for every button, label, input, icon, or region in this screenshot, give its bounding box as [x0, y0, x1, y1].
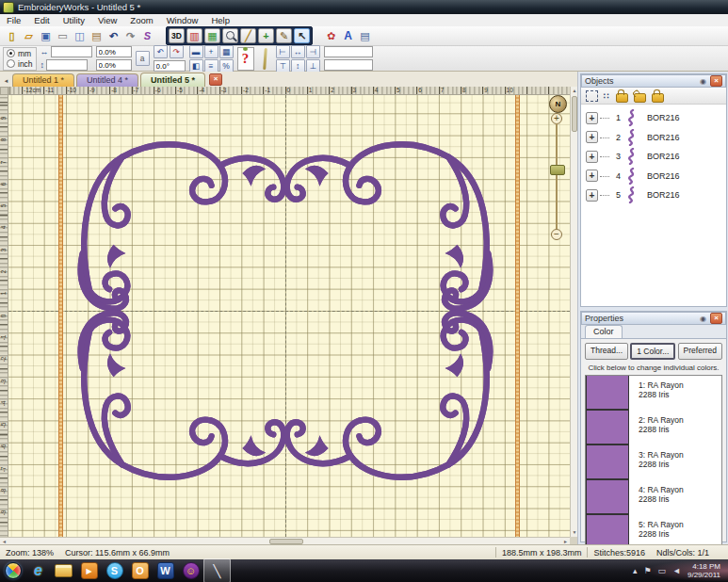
one-color-button[interactable]: 1 Color... [630, 343, 675, 360]
zoom-tool-icon[interactable] [222, 28, 238, 43]
print-preview-icon[interactable]: ▤ [357, 28, 373, 43]
thread-row[interactable]: 1: RA Rayon 2288 Iris [586, 376, 721, 411]
rotation-input[interactable] [154, 60, 186, 72]
object-list-item[interactable]: + 3 BOR216 [581, 147, 726, 167]
align-left-button[interactable]: ⊢ [276, 45, 290, 58]
thread-color-swatch[interactable] [586, 410, 629, 445]
align-bottom-button[interactable]: ⊥ [306, 59, 320, 73]
menu-item[interactable]: Window [160, 14, 205, 26]
color-bars-icon[interactable]: ▥ [186, 28, 202, 43]
rotate-right-button[interactable]: ↷ [170, 45, 184, 58]
new-icon[interactable]: ▯ [4, 28, 20, 43]
thread-row[interactable]: 4: RA Rayon 2288 Iris [586, 480, 721, 515]
tab-untitled-5[interactable]: Untitled 5 * [140, 73, 205, 87]
undo-icon[interactable]: ↶ [105, 28, 121, 43]
redo-icon[interactable]: ↷ [122, 28, 138, 43]
stitch-view-button[interactable]: ▬ [189, 45, 203, 58]
lock-all-icon[interactable] [652, 93, 664, 103]
action-center-flag-icon[interactable]: ⚑ [643, 566, 651, 575]
tray-expand-icon[interactable]: ▴ [633, 566, 638, 575]
freehand-tool-icon[interactable]: ✎ [276, 28, 292, 43]
objects-close-button[interactable]: × [710, 75, 722, 87]
contrast-button[interactable]: ◧ [189, 59, 203, 73]
embroidery-design[interactable]: .st{fill:none;stroke:#6f4890;stroke-widt… [71, 105, 500, 516]
measure-tool-icon[interactable]: ╱ [240, 28, 256, 43]
design-canvas[interactable]: .st{fill:none;stroke:#6f4890;stroke-widt… [8, 95, 570, 537]
zoom-slider-track[interactable] [556, 123, 558, 229]
pin-icon[interactable]: ◉ [700, 77, 708, 86]
messenger-icon[interactable]: ☺ [178, 559, 203, 582]
thread-color-swatch[interactable] [586, 445, 629, 479]
move-object-icon[interactable]: + [586, 112, 598, 124]
save-icon[interactable]: ▣ [38, 28, 54, 43]
thread-color-swatch[interactable] [586, 375, 629, 410]
sequence-view-button[interactable]: ≡ [204, 59, 218, 73]
thumbnail-view-icon[interactable]: ▦ [204, 28, 220, 43]
embroideryworks-taskbar-button[interactable]: ╲ [203, 558, 231, 582]
paste-icon[interactable]: ▤ [89, 28, 105, 43]
tab-close-button[interactable]: × [209, 73, 222, 86]
open-icon[interactable]: ▱ [21, 28, 37, 43]
menu-item[interactable]: Edit [27, 14, 56, 26]
tab-scroll-left[interactable]: ◂ [0, 74, 12, 87]
height-input[interactable] [46, 59, 88, 71]
media-player-icon[interactable]: ▶ [76, 559, 102, 582]
tab-untitled-4[interactable]: Untitled 4 * [76, 73, 138, 87]
move-object-icon[interactable]: + [586, 151, 598, 163]
lettering-icon[interactable]: A [340, 28, 356, 43]
width-input[interactable] [51, 46, 92, 57]
grid-toggle-button[interactable]: ▦ [219, 45, 234, 58]
horizontal-scrollbar[interactable]: ◄ ► [0, 537, 570, 544]
vertical-scrollbar[interactable]: ▲ ▼ [570, 87, 577, 537]
menu-item[interactable]: File [0, 14, 27, 26]
lock-open-icon[interactable] [634, 93, 646, 103]
tab-untitled-1[interactable]: Untitled 1 * [12, 73, 74, 87]
taskbar-clock[interactable]: 4:18 PM 9/29/2011 [688, 562, 724, 579]
height-percent-input[interactable] [96, 59, 132, 71]
volume-icon[interactable]: ◄ [672, 566, 681, 575]
mm-radio[interactable] [7, 49, 15, 57]
monogram-designs-icon[interactable]: ✿ [323, 28, 339, 43]
position-x-input[interactable] [324, 46, 373, 57]
menu-item[interactable]: Zoom [123, 14, 159, 26]
inch-radio[interactable] [7, 59, 15, 68]
move-object-icon[interactable]: + [586, 131, 598, 143]
menu-item[interactable]: Help [204, 14, 236, 26]
sequence-icon[interactable]: ∷ [604, 91, 610, 101]
tab-color[interactable]: Color [585, 325, 623, 338]
pin-icon[interactable]: ◉ [700, 315, 708, 323]
border-tool-icon[interactable]: S [139, 28, 155, 43]
network-icon[interactable]: ▭ [658, 566, 667, 575]
menu-item[interactable]: View [91, 14, 123, 26]
copy-icon[interactable]: ◫ [72, 28, 88, 43]
internet-explorer-icon[interactable]: e [25, 559, 51, 582]
width-percent-input[interactable] [96, 46, 132, 57]
thread-row[interactable]: 3: RA Rayon 2288 Iris [586, 445, 721, 480]
wizard-help-button[interactable]: ? [237, 47, 254, 71]
word-icon[interactable]: W [153, 559, 178, 582]
skype-icon[interactable]: S [102, 559, 127, 582]
align-center-h-button[interactable]: ↔ [291, 45, 305, 58]
object-list-item[interactable]: + 1 BOR216 [581, 108, 726, 128]
zoom-slider-handle[interactable] [550, 165, 565, 175]
symmetry-tool-icon[interactable]: + [258, 28, 274, 43]
move-object-icon[interactable]: + [586, 170, 598, 182]
object-list-item[interactable]: + 2 BOR216 [581, 128, 726, 148]
align-right-button[interactable]: ⊣ [306, 45, 320, 58]
menu-item[interactable]: Utility [57, 14, 91, 26]
file-explorer-icon[interactable] [51, 559, 76, 582]
isolate-icon[interactable] [586, 90, 598, 102]
align-top-button[interactable]: ⊤ [276, 59, 290, 73]
align-center-v-button[interactable]: ↕ [291, 59, 305, 73]
print-icon[interactable]: ▭ [55, 28, 71, 43]
outlook-icon[interactable]: O [127, 559, 153, 582]
scale-percent-button[interactable]: % [219, 59, 234, 73]
lock-icon[interactable] [616, 93, 628, 103]
thread-button[interactable]: Thread... [585, 343, 628, 360]
aspect-lock-button[interactable]: a [136, 51, 150, 66]
zoom-out-button[interactable]: − [551, 229, 562, 240]
preferred-button[interactable]: Preferred [678, 343, 722, 360]
move-object-icon[interactable]: + [586, 189, 598, 202]
thread-row[interactable]: 2: RA Rayon 2288 Iris [586, 411, 721, 445]
start-button[interactable] [0, 559, 25, 582]
